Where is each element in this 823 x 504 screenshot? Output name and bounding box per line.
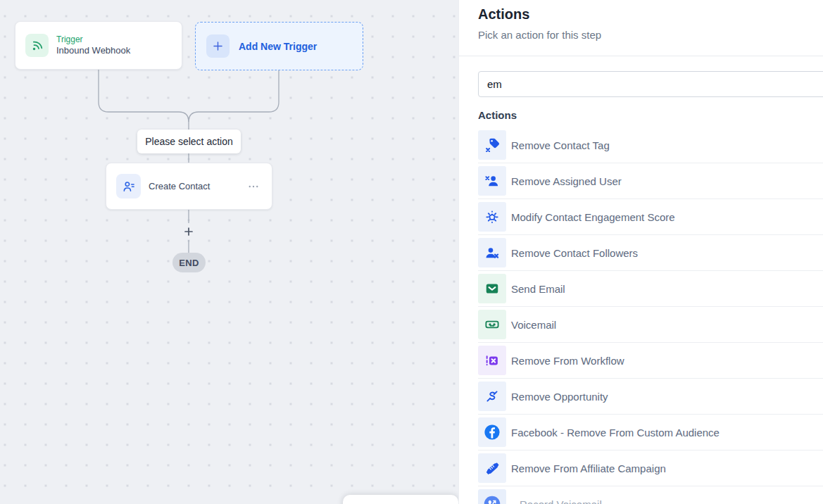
node-menu-icon[interactable] — [245, 180, 262, 193]
action-item-label: Remove Opportunity — [511, 391, 608, 403]
action-list-item[interactable]: Voicemail — [478, 307, 823, 343]
webhook-icon — [25, 34, 49, 57]
actions-section-label: Actions — [478, 109, 517, 121]
end-node-label: END — [179, 258, 199, 268]
action-item-label: Remove From Workflow — [511, 355, 624, 367]
action-item-label: Remove Contact Tag — [511, 139, 610, 151]
trigger-node-name: Inbound Webhook — [56, 45, 130, 56]
opportunity-remove-icon — [478, 382, 506, 411]
action-item-label: Record Voicemail — [520, 498, 602, 504]
action-list-item[interactable]: Record Voicemail — [478, 486, 823, 504]
trigger-node[interactable]: Trigger Inbound Webhook — [15, 21, 182, 70]
action-search-input[interactable] — [478, 71, 823, 97]
action-list-item[interactable]: Remove From Affiliate Campaign — [478, 451, 823, 486]
add-new-trigger-label: Add New Trigger — [239, 41, 317, 52]
select-action-hint-label: Please select action — [145, 136, 233, 147]
action-list-item[interactable]: Remove Contact Tag — [478, 127, 823, 163]
trigger-node-type: Trigger — [56, 34, 130, 45]
action-list: Remove Contact Tag Remove Assigned User … — [478, 127, 823, 504]
handshake-icon — [478, 453, 506, 483]
action-item-label: Remove From Affiliate Campaign — [511, 462, 666, 474]
followers-remove-icon — [478, 238, 506, 267]
action-list-item[interactable]: Send Email — [478, 271, 823, 307]
actions-panel: Actions Pick an action for this step Act… — [458, 0, 823, 504]
panel-divider — [459, 56, 823, 56]
action-list-item[interactable]: Remove From Workflow — [478, 343, 823, 379]
canvas-toolbar[interactable] — [343, 495, 458, 504]
action-list-item[interactable]: Remove Opportunity — [478, 379, 823, 415]
action-list-item[interactable]: Modify Contact Engagement Score — [478, 199, 823, 235]
engagement-score-icon — [478, 202, 506, 232]
end-node: END — [172, 253, 206, 272]
add-step-icon[interactable] — [183, 226, 194, 237]
tag-remove-icon — [478, 130, 506, 160]
action-item-label: Facebook - Remove From Custom Audience — [511, 427, 720, 439]
user-remove-icon — [478, 166, 506, 196]
record-voicemail-icon — [478, 489, 506, 504]
panel-title: Actions — [478, 6, 529, 23]
send-email-icon — [478, 274, 506, 303]
facebook-icon — [478, 417, 506, 447]
action-list-item[interactable]: Facebook - Remove From Custom Audience — [478, 415, 823, 451]
action-item-label: Remove Assigned User — [511, 175, 622, 187]
create-contact-node[interactable]: Create Contact — [106, 163, 272, 210]
select-action-hint: Please select action — [137, 130, 241, 153]
contact-icon — [116, 174, 141, 199]
add-new-trigger-button[interactable]: Add New Trigger — [195, 22, 363, 70]
panel-subtitle: Pick an action for this step — [478, 29, 601, 41]
action-list-item[interactable]: Remove Assigned User — [478, 163, 823, 199]
workflow-remove-icon — [478, 346, 506, 375]
voicemail-icon — [478, 310, 506, 339]
workflow-canvas[interactable]: Trigger Inbound Webhook Add New Trigger … — [0, 0, 458, 504]
action-item-label: Remove Contact Followers — [511, 247, 638, 259]
action-list-item[interactable]: Remove Contact Followers — [478, 235, 823, 271]
action-item-label: Modify Contact Engagement Score — [511, 211, 675, 223]
plus-icon — [206, 34, 230, 58]
action-item-label: Voicemail — [511, 319, 556, 331]
workflow-builder: Trigger Inbound Webhook Add New Trigger … — [0, 0, 823, 504]
action-item-label: Send Email — [511, 283, 565, 295]
create-contact-label: Create Contact — [149, 181, 245, 191]
connector-lines — [0, 0, 458, 504]
